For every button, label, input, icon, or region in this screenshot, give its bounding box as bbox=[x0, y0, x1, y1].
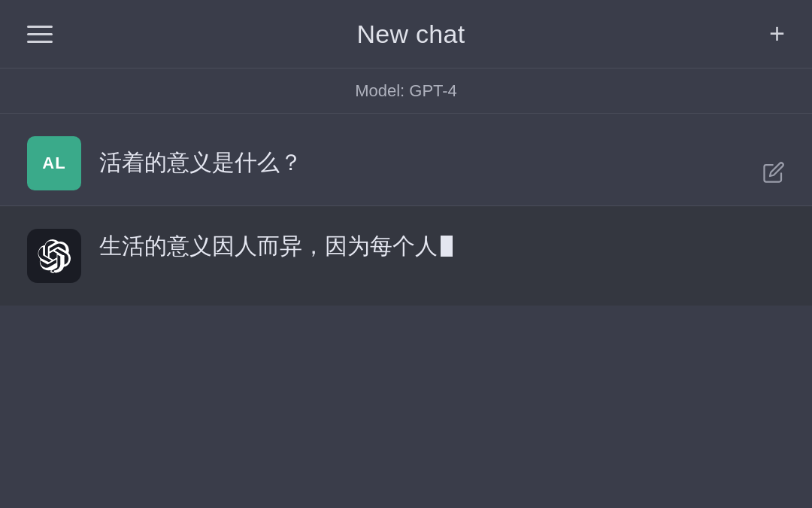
ai-message-text: 生活的意义因人而异，因为每个人 bbox=[99, 224, 453, 258]
user-avatar: AL bbox=[27, 136, 81, 190]
chat-area: AL 活着的意义是什么？ 生活的意义因人而异，因为每个人 bbox=[0, 114, 812, 306]
model-bar: Model: GPT-4 bbox=[0, 68, 812, 114]
openai-logo-icon bbox=[37, 239, 71, 273]
hamburger-line-2 bbox=[27, 33, 53, 35]
ai-message-content: 生活的意义因人而异，因为每个人 bbox=[99, 229, 453, 263]
new-chat-button[interactable]: + bbox=[769, 20, 785, 47]
hamburger-menu-button[interactable] bbox=[27, 26, 53, 43]
edit-message-icon[interactable] bbox=[762, 161, 785, 189]
user-message-block: AL 活着的意义是什么？ bbox=[0, 114, 812, 206]
model-label: Model: GPT-4 bbox=[355, 81, 457, 101]
ai-message-block: 生活的意义因人而异，因为每个人 bbox=[0, 206, 812, 306]
typing-cursor bbox=[441, 236, 453, 257]
ai-avatar bbox=[27, 229, 81, 283]
user-message-text: 活着的意义是什么？ bbox=[99, 136, 302, 179]
hamburger-line-1 bbox=[27, 26, 53, 28]
page-title: New chat bbox=[356, 20, 465, 49]
hamburger-line-3 bbox=[27, 41, 53, 43]
header: New chat + bbox=[0, 0, 812, 68]
user-avatar-initials: AL bbox=[42, 154, 65, 173]
